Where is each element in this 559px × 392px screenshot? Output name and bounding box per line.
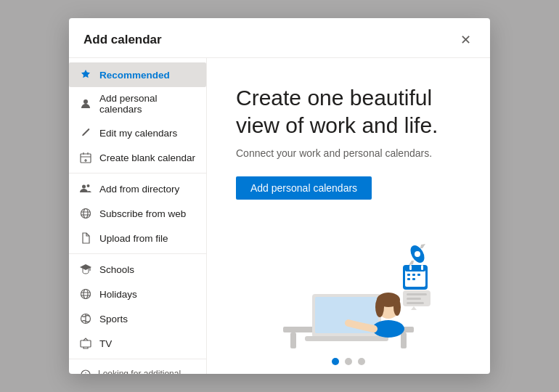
sidebar-item-schools[interactable]: Schools (69, 257, 206, 282)
sidebar-item-sports[interactable]: Sports (69, 306, 206, 331)
sidebar-label-schools: Schools (99, 264, 134, 275)
sidebar-item-recommended[interactable]: Recommended (69, 62, 206, 87)
svg-point-22 (393, 298, 401, 316)
svg-rect-28 (407, 274, 410, 276)
globe-icon (79, 207, 92, 220)
sidebar-divider-3 (69, 359, 206, 359)
sidebar-divider-1 (69, 173, 206, 173)
svg-rect-13 (290, 332, 296, 348)
svg-point-6 (81, 290, 91, 299)
illustration (236, 221, 461, 352)
sidebar-item-holidays[interactable]: Holidays (69, 282, 206, 306)
modal-title: Add calendar (83, 33, 162, 47)
main-heading: Create one beautiful view of work and li… (236, 84, 461, 139)
sidebar-item-subscribe-web[interactable]: Subscribe from web (69, 201, 206, 226)
sidebar-label-edit-my: Edit my calendars (99, 128, 177, 139)
sports-icon (79, 312, 92, 325)
people-icon (79, 182, 92, 195)
add-personal-calendars-button[interactable]: Add personal calendars (236, 176, 372, 200)
sidebar-label-subscribe-web: Subscribe from web (99, 208, 186, 219)
svg-rect-36 (407, 293, 427, 295)
modal-overlay: Add calendar ✕ Recommended (0, 0, 559, 392)
svg-rect-31 (407, 278, 410, 280)
sidebar-item-edit-my[interactable]: Edit my calendars (69, 121, 206, 145)
svg-rect-32 (412, 278, 415, 280)
sidebar-item-tv[interactable]: TV (69, 331, 206, 356)
svg-point-7 (83, 290, 88, 299)
school-icon (79, 263, 92, 276)
sidebar-label-upload-file: Upload from file (99, 233, 168, 244)
svg-rect-9 (81, 340, 91, 347)
svg-point-2 (82, 185, 86, 189)
svg-rect-30 (417, 274, 420, 276)
sidebar-label-sports: Sports (99, 314, 128, 324)
carousel-dot-3[interactable] (358, 358, 365, 365)
svg-point-5 (83, 209, 88, 219)
svg-rect-27 (421, 265, 423, 270)
svg-rect-38 (407, 302, 424, 304)
edit-icon (79, 126, 92, 139)
add-calendar-modal: Add calendar ✕ Recommended (69, 18, 490, 374)
tv-icon (79, 337, 92, 350)
file-icon (79, 232, 92, 245)
modal-header: Add calendar ✕ (69, 18, 490, 58)
looking-for-section: Looking for additional calendars? Yes No (69, 362, 206, 374)
svg-point-10 (81, 370, 90, 374)
sidebar-label-add-personal: Add personal calendars (99, 93, 196, 115)
svg-rect-26 (409, 265, 412, 270)
illustration-svg (261, 221, 436, 352)
svg-rect-17 (305, 336, 388, 341)
svg-point-3 (87, 184, 90, 187)
sidebar-label-recommended: Recommended (99, 70, 170, 81)
sidebar-label-create-blank: Create blank calendar (99, 152, 195, 163)
modal-body: Recommended Add personal calendars Edit … (69, 58, 490, 374)
main-subtext: Connect your work and personal calendars… (236, 147, 461, 159)
info-icon (79, 368, 92, 374)
svg-point-21 (375, 297, 384, 317)
sidebar-item-add-directory[interactable]: Add from directory (69, 176, 206, 201)
sidebar-item-add-personal[interactable]: Add personal calendars (69, 87, 206, 121)
svg-point-0 (83, 99, 88, 104)
sidebar: Recommended Add personal calendars Edit … (69, 58, 207, 374)
globe2-icon (79, 287, 92, 301)
carousel-dots (332, 352, 365, 368)
sidebar-label-add-directory: Add from directory (99, 184, 179, 195)
svg-rect-37 (407, 298, 421, 300)
svg-point-11 (85, 372, 86, 373)
looking-for-label: Looking for additional calendars? (98, 369, 181, 374)
calendar-plus-icon (79, 151, 92, 164)
sidebar-item-upload-file[interactable]: Upload from file (69, 226, 206, 250)
svg-point-4 (81, 209, 91, 219)
close-button[interactable]: ✕ (455, 30, 476, 50)
svg-rect-14 (401, 332, 407, 348)
sidebar-item-create-blank[interactable]: Create blank calendar (69, 145, 206, 170)
person-icon (79, 97, 92, 110)
carousel-dot-1[interactable] (332, 358, 339, 365)
main-content: Create one beautiful view of work and li… (207, 58, 490, 374)
sidebar-label-tv: TV (99, 338, 112, 349)
sidebar-label-holidays: Holidays (99, 289, 137, 300)
svg-rect-29 (412, 274, 415, 276)
svg-point-34 (415, 251, 420, 257)
carousel-dot-2[interactable] (345, 358, 352, 365)
star-icon (79, 68, 92, 81)
sidebar-divider-2 (69, 253, 206, 254)
